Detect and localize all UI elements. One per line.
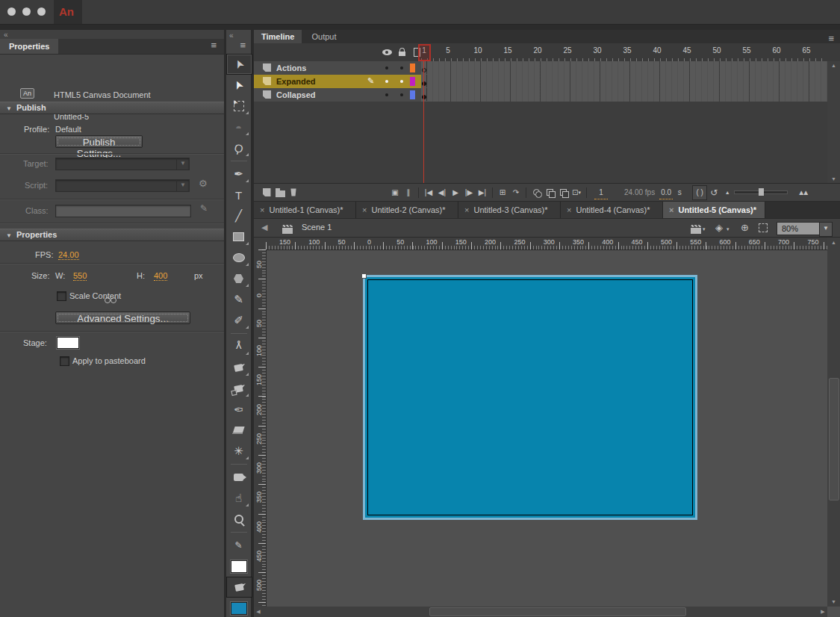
scroll-left-arrow[interactable]: ◀: [254, 609, 263, 615]
lasso-tool[interactable]: Ϙ: [226, 137, 251, 158]
onion-skin-button[interactable]: [529, 186, 543, 199]
paint-brush-tool[interactable]: ✐: [226, 310, 251, 331]
keyframe-frame-1[interactable]: [421, 61, 427, 74]
scroll-down-arrow[interactable]: ▼: [828, 599, 839, 604]
tab-properties[interactable]: Properties: [0, 39, 58, 54]
close-icon[interactable]: ×: [362, 205, 367, 214]
stage-zoom-dropdown-button[interactable]: ▼: [819, 222, 833, 237]
close-icon[interactable]: ×: [669, 205, 673, 214]
edit-scene-icon[interactable]: [691, 228, 701, 234]
step-forward-button[interactable]: |▶: [462, 186, 476, 199]
stage[interactable]: [363, 275, 697, 520]
playhead[interactable]: [418, 44, 431, 61]
rectangle-tool[interactable]: [226, 226, 251, 247]
step-back-button[interactable]: ◀|: [435, 186, 449, 199]
timeline-view-options-button[interactable]: ( ): [692, 185, 707, 200]
elapsed-time-value[interactable]: 0.0: [659, 185, 673, 199]
asset-warp-tool[interactable]: ✳: [226, 441, 251, 462]
scale-content-checkbox[interactable]: [57, 291, 66, 301]
layer-outline-color-swatch[interactable]: [410, 90, 415, 99]
pencil-tool[interactable]: ✎: [226, 289, 251, 310]
pencil-icon[interactable]: ✎: [200, 203, 208, 214]
canvas-area[interactable]: 1501005005010015020025030035040045050055…: [254, 238, 840, 617]
collapse-panel-icon[interactable]: «: [229, 31, 233, 40]
pen-tool[interactable]: ✒: [226, 164, 251, 185]
selection-tool[interactable]: ➤: [226, 54, 252, 75]
layer-frames-row[interactable]: [421, 88, 827, 102]
layer-lock-dot[interactable]: [400, 80, 403, 83]
layer-row-collapsed[interactable]: Collapsed: [254, 88, 421, 102]
advanced-settings-button[interactable]: Advanced Settings...: [55, 311, 190, 324]
window-close-button[interactable]: [7, 7, 16, 16]
layer-frames-row[interactable]: [421, 75, 827, 89]
go-to-first-frame-button[interactable]: |◀: [422, 186, 435, 199]
new-folder-button[interactable]: [273, 186, 287, 199]
close-icon[interactable]: ×: [464, 205, 469, 214]
hand-tool[interactable]: ☝: [226, 488, 251, 509]
document-tab-untitled-4[interactable]: ×Untitled-4 (Canvas)*: [561, 202, 663, 218]
script-dropdown[interactable]: ▼: [55, 179, 190, 192]
stage-selection-handle[interactable]: [361, 273, 367, 279]
zoom-in-timeline-icon[interactable]: ▲▲: [795, 186, 809, 199]
layer-lock-dot[interactable]: [400, 93, 403, 96]
back-arrow-icon[interactable]: ◀: [261, 223, 267, 232]
layer-outline-color-swatch[interactable]: [410, 77, 415, 86]
panel-menu-icon[interactable]: ≡: [828, 35, 834, 43]
go-to-last-frame-button[interactable]: ▶|: [476, 186, 489, 199]
lock-all-layers-icon[interactable]: [399, 52, 405, 56]
camera-tool[interactable]: [226, 467, 251, 488]
clip-content-icon[interactable]: [759, 223, 768, 232]
window-zoom-button[interactable]: [37, 7, 46, 16]
zoom-tool[interactable]: [226, 509, 251, 530]
layer-lock-dot[interactable]: [400, 66, 403, 69]
stroke-color-swatch[interactable]: [226, 556, 251, 577]
new-layer-button[interactable]: [260, 186, 273, 199]
show-hide-all-layers-icon[interactable]: [382, 49, 392, 55]
scroll-up-arrow[interactable]: ▲: [828, 240, 839, 245]
layer-row-actions[interactable]: Actions: [254, 61, 421, 75]
subselection-tool[interactable]: ➤: [226, 75, 251, 96]
wrench-icon[interactable]: ⚙: [199, 178, 208, 189]
document-tab-untitled-5[interactable]: ×Untitled-5 (Canvas)*: [663, 202, 765, 218]
center-frame-button[interactable]: ▣: [388, 186, 402, 199]
onion-skin-outlines-button[interactable]: [543, 186, 556, 199]
document-tab-untitled-1[interactable]: ×Untitled-1 (Canvas)*: [254, 202, 356, 218]
text-tool[interactable]: T: [226, 185, 251, 205]
layer-visibility-dot[interactable]: [385, 66, 388, 69]
layer-visibility-dot[interactable]: [385, 80, 388, 83]
stage-color-swatch[interactable]: [57, 337, 79, 349]
edit-symbols-icon[interactable]: ◈: [715, 222, 723, 233]
close-icon[interactable]: ×: [260, 205, 264, 214]
close-icon[interactable]: ×: [567, 205, 571, 214]
frame-rate-value[interactable]: 24.00 fps: [624, 186, 655, 199]
line-tool[interactable]: ╱: [226, 205, 251, 226]
stroke-color-pencil-icon[interactable]: ✎: [226, 535, 251, 556]
panel-menu-icon[interactable]: ≡: [211, 42, 217, 49]
document-tab-untitled-2[interactable]: ×Untitled-2 (Canvas)*: [356, 202, 458, 218]
keyframe-frame-1[interactable]: [421, 88, 427, 101]
scroll-right-arrow[interactable]: ▶: [818, 609, 827, 615]
rotation-3d-tool[interactable]: ◓: [226, 117, 251, 137]
eraser-tool[interactable]: [226, 420, 251, 441]
current-frame-value[interactable]: 1: [594, 185, 608, 199]
layer-frames-row[interactable]: [421, 61, 827, 75]
properties-section-header[interactable]: ▼Properties: [0, 229, 224, 241]
timeline-vertical-scrollbar[interactable]: ▲ ▼: [827, 61, 840, 183]
document-tab-untitled-3[interactable]: ×Untitled-3 (Canvas)*: [458, 202, 561, 218]
collapse-panel-icon[interactable]: «: [4, 31, 7, 39]
publish-settings-button[interactable]: Publish Settings...: [55, 135, 143, 148]
fps-value[interactable]: 24.00: [58, 250, 79, 260]
oval-tool[interactable]: [226, 247, 251, 268]
layer-outline-color-swatch[interactable]: [410, 63, 415, 72]
height-value[interactable]: 400: [154, 271, 167, 281]
layer-row-expanded[interactable]: Expanded✎: [254, 75, 421, 89]
stage-zoom-select[interactable]: 80%: [777, 222, 824, 235]
class-input[interactable]: [55, 205, 191, 217]
insert-frame-button[interactable]: ⊞: [496, 186, 509, 199]
window-minimize-button[interactable]: [22, 7, 31, 16]
target-dropdown[interactable]: ▼: [55, 158, 190, 170]
remove-frame-button[interactable]: ↷: [509, 186, 523, 199]
loop-button[interactable]: ∥: [402, 186, 415, 199]
polystar-tool[interactable]: [226, 268, 251, 289]
canvas-horizontal-scrollbar[interactable]: ◀ ▶: [254, 607, 827, 617]
